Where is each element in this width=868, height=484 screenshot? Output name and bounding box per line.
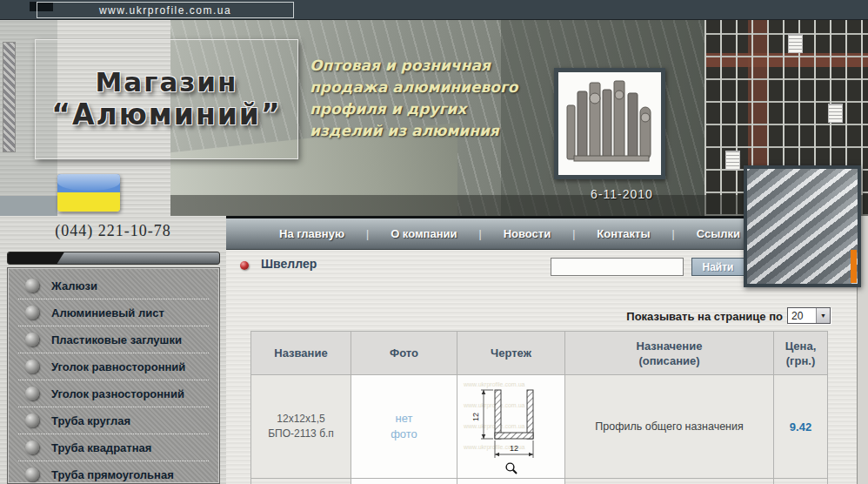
tagline-line: Оптовая и розничная — [310, 55, 571, 77]
bullet-icon — [25, 360, 39, 373]
search-input[interactable] — [551, 258, 684, 276]
sidebar-item-truba-kvadratnaya[interactable]: Труба квадратная — [18, 434, 209, 461]
phone-number: (044) 221-10-78 — [0, 222, 226, 240]
cell-empty — [251, 479, 351, 484]
sidebar-item-zaglushki[interactable]: Пластиковые заглушки — [18, 326, 209, 353]
col-header-drawing: Чертеж — [457, 332, 565, 375]
bullet-icon — [25, 306, 39, 319]
sidebar-item-label: Пластиковые заглушки — [51, 333, 182, 346]
sidebar-item-ugolok-razno[interactable]: Уголок разносторонний — [18, 380, 209, 407]
header-date: 6-11-2010 — [570, 187, 674, 201]
hatched-decor — [3, 42, 16, 152]
beams-photo-thumbnail — [744, 165, 861, 287]
logo: Магазин “Алюминий” — [35, 39, 298, 159]
nav-item-about[interactable]: О компании — [369, 227, 478, 240]
header-line: (описание) — [566, 353, 772, 368]
header-line: Цена, — [775, 339, 826, 353]
no-photo-line: фото — [352, 427, 456, 442]
red-bullet-icon — [240, 261, 249, 270]
tagline-line: изделий из алюминия — [310, 120, 571, 142]
nav-item-contacts[interactable]: Контакты — [575, 227, 671, 240]
sidebar-item-list[interactable]: Алюминиевый лист — [18, 299, 209, 326]
col-header-name: Название — [251, 332, 351, 375]
flag-gloss — [57, 174, 120, 191]
search-button[interactable]: Найти — [691, 258, 744, 276]
cell-empty — [774, 479, 828, 484]
dim-width-label: 12 — [509, 444, 517, 453]
beams-stripes — [747, 169, 858, 284]
table-header-row: Название Фото Чертеж Назначение (описани… — [251, 332, 828, 375]
nav-item-news[interactable]: Новости — [482, 227, 573, 240]
price-tag — [788, 34, 803, 53]
drawing-thumbnail[interactable]: www.ukrprofile.com.ua www.ukrprofile.com… — [457, 375, 564, 478]
svg-text:www.ukrprofile.com.ua: www.ukrprofile.com.ua — [463, 402, 525, 409]
header-line: Чертеж — [458, 346, 564, 360]
bullet-icon — [25, 440, 39, 454]
header-line: Назначение — [566, 339, 772, 353]
cell-empty — [351, 479, 457, 484]
left-column: (044) 221-10-78 Жалюзи Алюминиевый лист … — [0, 216, 226, 484]
sidebar-item-label: Труба прямоугольная — [51, 468, 174, 481]
orange-accent-bar — [851, 250, 857, 283]
cell-empty — [565, 479, 774, 484]
cell-purpose: Профиль общего назначения — [565, 375, 774, 479]
no-photo-line: нет — [352, 411, 456, 427]
tagline-line: продажа алюминиевого — [310, 77, 571, 98]
ukraine-flag-icon — [57, 174, 120, 212]
name-line: БПО-2113 б.п — [252, 427, 350, 441]
site-url: www.ukrprofile.com.ua — [99, 4, 231, 17]
bullet-icon — [25, 387, 39, 400]
sidebar-item-ugolok-ravno[interactable]: Уголок равносторонний — [18, 353, 209, 380]
table-row: 12х12х1,5 БПО-2113 б.п нет фото — [251, 375, 828, 479]
price-tag — [725, 151, 740, 170]
nav-item-home[interactable]: На главную — [257, 227, 366, 240]
decor-wedge — [7, 252, 64, 265]
dim-height-label: 12 — [471, 413, 480, 421]
logo-line-2: “Алюминий” — [51, 98, 281, 131]
per-page-select[interactable]: 20 ▼ — [787, 307, 831, 324]
per-page-value: 20 — [788, 310, 816, 322]
sidebar-item-label: Уголок разносторонний — [51, 387, 184, 400]
sidebar-item-label: Труба круглая — [51, 414, 130, 427]
col-header-photo: Фото — [351, 332, 457, 375]
cell-name: 12х12х1,5 БПО-2113 б.п — [251, 375, 351, 479]
name-line: 12х12х1,5 — [252, 412, 350, 427]
per-page-label: Показывать на странице по — [487, 310, 783, 323]
bullet-icon — [25, 279, 39, 292]
table-row-next — [251, 479, 828, 484]
sidebar-item-label: Алюминиевый лист — [51, 306, 164, 319]
channel-profile-drawing: www.ukrprofile.com.ua www.ukrprofile.com… — [460, 378, 563, 468]
section-title: Швеллер — [261, 257, 317, 271]
price-tag — [828, 104, 843, 123]
col-header-price: Цена, (грн.) — [774, 332, 828, 375]
cell-drawing: www.ukrprofile.com.ua www.ukrprofile.com… — [457, 375, 565, 479]
sidebar-item-zhalyuzi[interactable]: Жалюзи — [18, 272, 209, 299]
cell-empty — [457, 479, 565, 484]
svg-text:www.ukrprofile.com.ua: www.ukrprofile.com.ua — [463, 423, 525, 430]
bullet-icon — [25, 467, 39, 481]
profiles-photo — [558, 72, 661, 175]
sidebar-item-truba-pryamougolnaya[interactable]: Труба прямоугольная — [18, 461, 209, 484]
header-banner: Магазин “Алюминий” Оптовая и розничная п… — [0, 20, 868, 216]
gray-decor-bar — [0, 196, 57, 216]
sidebar-menu: Жалюзи Алюминиевый лист Пластиковые загл… — [7, 267, 220, 484]
magnifier-icon — [504, 461, 519, 476]
sidebar-item-truba-kruglaya[interactable]: Труба круглая — [18, 407, 209, 434]
sidebar-top-decor-bar — [7, 252, 220, 265]
logo-line-1: Магазин — [95, 67, 237, 98]
bullet-icon — [25, 333, 39, 346]
tagline: Оптовая и розничная продажа алюминиевого… — [310, 55, 571, 142]
bullet-icon — [25, 413, 39, 427]
header-line: (грн.) — [775, 353, 826, 368]
no-photo-link[interactable]: нет фото — [352, 411, 456, 442]
chevron-down-icon: ▼ — [816, 308, 830, 323]
svg-text:www.ukrprofile.com.ua: www.ukrprofile.com.ua — [463, 381, 525, 388]
tagline-line: профиля и других — [310, 98, 571, 120]
header-line: Фото — [352, 346, 456, 360]
page: www.ukrprofile.com.ua Магазин “Алюминий” — [0, 0, 868, 484]
top-url-bar: www.ukrprofile.com.ua — [0, 0, 868, 20]
site-url-box: www.ukrprofile.com.ua — [37, 2, 294, 18]
cell-price: 9.42 — [774, 375, 828, 479]
sidebar-item-label: Труба квадратная — [51, 441, 151, 454]
cell-photo: нет фото — [351, 375, 457, 479]
